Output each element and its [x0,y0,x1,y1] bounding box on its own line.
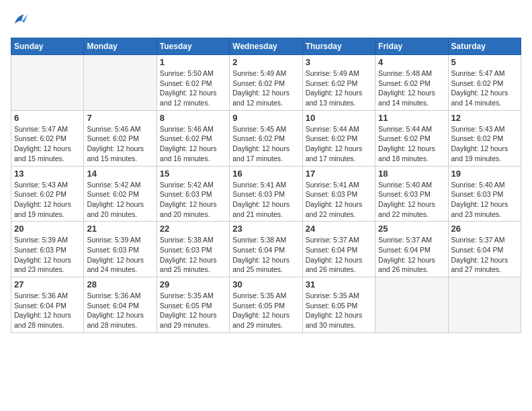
calendar-cell [448,277,521,333]
calendar-cell: 18Sunrise: 5:40 AMSunset: 6:03 PMDayligh… [375,166,448,222]
calendar-cell: 27Sunrise: 5:36 AMSunset: 6:04 PMDayligh… [11,277,84,333]
calendar-week-row: 6Sunrise: 5:47 AMSunset: 6:02 PMDaylight… [11,110,521,166]
calendar-cell: 24Sunrise: 5:37 AMSunset: 6:04 PMDayligh… [302,222,375,277]
day-number: 26 [451,224,518,234]
calendar-cell: 20Sunrise: 5:39 AMSunset: 6:03 PMDayligh… [11,222,84,277]
calendar-header-row: SundayMondayTuesdayWednesdayThursdayFrid… [11,38,521,55]
calendar-cell: 2Sunrise: 5:49 AMSunset: 6:02 PMDaylight… [230,55,302,111]
day-number: 22 [160,224,226,234]
day-number: 7 [87,113,153,123]
calendar-cell: 8Sunrise: 5:46 AMSunset: 6:02 PMDaylight… [157,110,229,166]
day-info: Sunrise: 5:41 AMSunset: 6:03 PMDaylight:… [306,180,372,220]
day-number: 8 [160,113,226,123]
day-info: Sunrise: 5:40 AMSunset: 6:03 PMDaylight:… [451,180,518,220]
day-number: 16 [232,169,299,179]
day-header-sunday: Sunday [11,38,84,55]
logo-icon [11,11,30,30]
day-number: 25 [378,224,445,234]
calendar-cell: 22Sunrise: 5:38 AMSunset: 6:03 PMDayligh… [157,222,229,277]
calendar-cell: 7Sunrise: 5:46 AMSunset: 6:02 PMDaylight… [84,110,157,166]
calendar-cell: 15Sunrise: 5:42 AMSunset: 6:03 PMDayligh… [157,166,229,222]
day-number: 4 [378,57,445,67]
day-number: 2 [232,57,299,67]
day-number: 21 [87,224,153,234]
calendar-cell: 16Sunrise: 5:41 AMSunset: 6:03 PMDayligh… [230,166,302,222]
day-info: Sunrise: 5:36 AMSunset: 6:04 PMDaylight:… [14,291,81,330]
day-number: 10 [306,113,372,123]
day-info: Sunrise: 5:35 AMSunset: 6:05 PMDaylight:… [232,291,299,330]
day-number: 11 [378,113,445,123]
day-number: 28 [87,279,153,289]
day-info: Sunrise: 5:49 AMSunset: 6:02 PMDaylight:… [306,68,372,108]
calendar-cell: 31Sunrise: 5:35 AMSunset: 6:05 PMDayligh… [302,277,375,333]
day-info: Sunrise: 5:37 AMSunset: 6:04 PMDaylight:… [378,235,445,275]
calendar-cell: 26Sunrise: 5:37 AMSunset: 6:04 PMDayligh… [448,222,521,277]
calendar-cell: 30Sunrise: 5:35 AMSunset: 6:05 PMDayligh… [230,277,302,333]
day-info: Sunrise: 5:47 AMSunset: 6:02 PMDaylight:… [14,124,81,164]
day-info: Sunrise: 5:47 AMSunset: 6:02 PMDaylight:… [451,68,518,108]
calendar-week-row: 1Sunrise: 5:50 AMSunset: 6:02 PMDaylight… [11,55,521,111]
day-number: 15 [160,169,226,179]
calendar-table: SundayMondayTuesdayWednesdayThursdayFrid… [11,38,521,333]
calendar-cell: 10Sunrise: 5:44 AMSunset: 6:02 PMDayligh… [302,110,375,166]
calendar-cell: 17Sunrise: 5:41 AMSunset: 6:03 PMDayligh… [302,166,375,222]
calendar-week-row: 27Sunrise: 5:36 AMSunset: 6:04 PMDayligh… [11,277,521,333]
day-info: Sunrise: 5:38 AMSunset: 6:04 PMDaylight:… [232,235,299,275]
day-number: 3 [306,57,372,67]
day-info: Sunrise: 5:35 AMSunset: 6:05 PMDaylight:… [306,291,372,330]
day-number: 12 [451,113,518,123]
calendar-cell: 21Sunrise: 5:39 AMSunset: 6:03 PMDayligh… [84,222,157,277]
calendar-cell: 12Sunrise: 5:43 AMSunset: 6:02 PMDayligh… [448,110,521,166]
day-info: Sunrise: 5:37 AMSunset: 6:04 PMDaylight:… [451,235,518,275]
day-number: 19 [451,169,518,179]
day-info: Sunrise: 5:40 AMSunset: 6:03 PMDaylight:… [378,180,445,220]
day-info: Sunrise: 5:49 AMSunset: 6:02 PMDaylight:… [232,68,299,108]
calendar-cell: 3Sunrise: 5:49 AMSunset: 6:02 PMDaylight… [302,55,375,111]
calendar-cell: 14Sunrise: 5:42 AMSunset: 6:02 PMDayligh… [84,166,157,222]
day-number: 5 [451,57,518,67]
day-header-saturday: Saturday [448,38,521,55]
calendar-cell [84,55,157,111]
calendar-week-row: 20Sunrise: 5:39 AMSunset: 6:03 PMDayligh… [11,222,521,277]
day-header-friday: Friday [375,38,448,55]
calendar-cell: 6Sunrise: 5:47 AMSunset: 6:02 PMDaylight… [11,110,84,166]
calendar-cell: 28Sunrise: 5:36 AMSunset: 6:04 PMDayligh… [84,277,157,333]
day-header-monday: Monday [84,38,157,55]
day-number: 1 [160,57,226,67]
day-info: Sunrise: 5:35 AMSunset: 6:05 PMDaylight:… [160,291,226,330]
day-info: Sunrise: 5:44 AMSunset: 6:02 PMDaylight:… [378,124,445,164]
page-header [11,11,521,30]
day-number: 24 [306,224,372,234]
day-info: Sunrise: 5:45 AMSunset: 6:02 PMDaylight:… [232,124,299,164]
calendar-cell: 4Sunrise: 5:48 AMSunset: 6:02 PMDaylight… [375,55,448,111]
day-header-wednesday: Wednesday [230,38,302,55]
day-info: Sunrise: 5:46 AMSunset: 6:02 PMDaylight:… [87,124,153,164]
day-info: Sunrise: 5:43 AMSunset: 6:02 PMDaylight:… [451,124,518,164]
day-info: Sunrise: 5:42 AMSunset: 6:02 PMDaylight:… [87,180,153,220]
day-number: 17 [306,169,372,179]
day-info: Sunrise: 5:46 AMSunset: 6:02 PMDaylight:… [160,124,226,164]
calendar-cell: 9Sunrise: 5:45 AMSunset: 6:02 PMDaylight… [230,110,302,166]
day-number: 14 [87,169,153,179]
calendar-week-row: 13Sunrise: 5:43 AMSunset: 6:02 PMDayligh… [11,166,521,222]
day-number: 29 [160,279,226,289]
day-number: 18 [378,169,445,179]
day-info: Sunrise: 5:50 AMSunset: 6:02 PMDaylight:… [160,68,226,108]
day-info: Sunrise: 5:36 AMSunset: 6:04 PMDaylight:… [87,291,153,330]
day-number: 23 [232,224,299,234]
calendar-cell: 23Sunrise: 5:38 AMSunset: 6:04 PMDayligh… [230,222,302,277]
day-header-tuesday: Tuesday [157,38,229,55]
calendar-cell: 13Sunrise: 5:43 AMSunset: 6:02 PMDayligh… [11,166,84,222]
day-info: Sunrise: 5:44 AMSunset: 6:02 PMDaylight:… [306,124,372,164]
day-info: Sunrise: 5:39 AMSunset: 6:03 PMDaylight:… [14,235,81,275]
calendar-cell: 29Sunrise: 5:35 AMSunset: 6:05 PMDayligh… [157,277,229,333]
day-info: Sunrise: 5:37 AMSunset: 6:04 PMDaylight:… [306,235,372,275]
day-number: 27 [14,279,81,289]
day-info: Sunrise: 5:41 AMSunset: 6:03 PMDaylight:… [232,180,299,220]
logo [11,11,32,30]
day-number: 6 [14,113,81,123]
day-number: 31 [306,279,372,289]
day-info: Sunrise: 5:48 AMSunset: 6:02 PMDaylight:… [378,68,445,108]
day-number: 20 [14,224,81,234]
day-info: Sunrise: 5:39 AMSunset: 6:03 PMDaylight:… [87,235,153,275]
